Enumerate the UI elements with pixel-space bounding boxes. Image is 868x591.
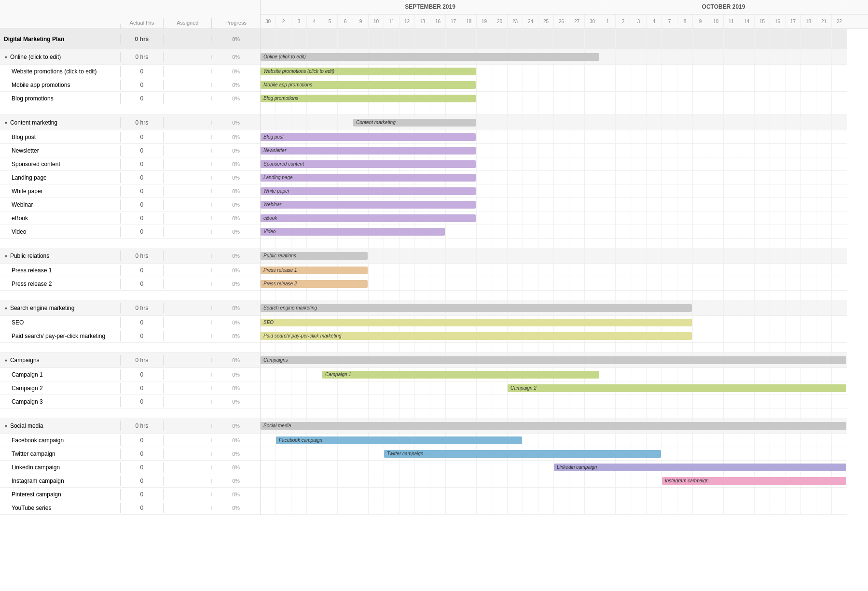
gantt-bar-12[interactable]: Webinar: [261, 201, 476, 209]
assigned-6: [164, 121, 212, 125]
gantt-row-32: Linkedin campaign: [261, 461, 847, 474]
gantt-bar-11[interactable]: White paper: [261, 187, 476, 195]
gantt-bar-14[interactable]: Video: [261, 228, 445, 236]
left-row-32[interactable]: Linkedin campaign00%: [0, 461, 260, 474]
left-row-2[interactable]: Website promotions (click to edit)00%: [0, 65, 260, 78]
left-row-6[interactable]: ▼Content marketing0 hrs0%: [0, 115, 260, 130]
gantt-bar-13[interactable]: eBook: [261, 214, 476, 222]
gantt-bar-30[interactable]: Facebook campaign: [276, 436, 522, 444]
left-row-22[interactable]: Paid search/ pay-per-click marketing00%: [0, 329, 260, 343]
progress-33: 0%: [212, 476, 260, 486]
actual-35: 0: [121, 503, 164, 513]
gantt-bar-29[interactable]: Social media: [261, 422, 846, 430]
left-row-8[interactable]: Newsletter00%: [0, 144, 260, 157]
progress-18: 0%: [212, 279, 260, 289]
gantt-bar-22[interactable]: Paid search/ pay-per-click marketing: [261, 332, 692, 340]
left-row-17[interactable]: Press release 100%: [0, 264, 260, 277]
assigned-31: [164, 452, 212, 456]
gantt-bar-20[interactable]: Search engine marketing: [261, 304, 692, 312]
left-row-33[interactable]: Instagram campaign00%: [0, 474, 260, 488]
left-row-18[interactable]: Press release 200%: [0, 277, 260, 291]
progress-10: 0%: [212, 173, 260, 183]
gantt-row-18: Press release 2: [261, 277, 847, 291]
left-row-9[interactable]: Sponsored content00%: [0, 157, 260, 171]
gantt-bar-4[interactable]: Blog promotions: [261, 95, 476, 102]
gantt-bar-10[interactable]: Landing page: [261, 174, 476, 182]
day-cell-24: 3: [631, 14, 647, 28]
gantt-bar-7[interactable]: Blog post: [261, 133, 476, 141]
left-row-24[interactable]: ▼Campaigns0 hrs0%: [0, 352, 260, 368]
left-row-7[interactable]: Blog post00%: [0, 130, 260, 144]
collapse-triangle-1[interactable]: ▼: [4, 55, 8, 60]
day-cell-15: 20: [492, 14, 508, 28]
gantt-bar-21[interactable]: SEO: [261, 319, 692, 326]
actual-29: 0 hrs: [121, 421, 164, 431]
gantt-row-23: [261, 343, 847, 352]
gantt-bar-8[interactable]: Newsletter: [261, 147, 476, 155]
gantt-bar-16[interactable]: Public relations: [261, 252, 368, 260]
gantt-row-35: [261, 501, 847, 515]
gantt-bar-6[interactable]: Content marketing: [353, 119, 476, 127]
assigned-25: [164, 373, 212, 377]
left-row-12[interactable]: Webinar00%: [0, 198, 260, 211]
assigned-34: [164, 492, 212, 496]
collapse-triangle-29[interactable]: ▼: [4, 424, 8, 429]
day-cell-19: 26: [554, 14, 569, 28]
actual-2: 0: [121, 66, 164, 77]
gantt-bar-24[interactable]: Campaigns: [261, 356, 846, 364]
task-name-4: Blog promotions: [0, 93, 121, 104]
progress-6: 0%: [212, 118, 260, 127]
collapse-triangle-16[interactable]: ▼: [4, 254, 8, 259]
left-row-20[interactable]: ▼Search engine marketing0 hrs0%: [0, 300, 260, 316]
collapse-triangle-20[interactable]: ▼: [4, 306, 8, 311]
gantt-bar-3[interactable]: Mobile app promotions: [261, 81, 476, 89]
gantt-bar-31[interactable]: Twitter campaign: [384, 450, 661, 458]
gantt-bar-25[interactable]: Campaign 1: [322, 371, 599, 379]
day-cell-5: 6: [338, 14, 353, 28]
progress-16: 0%: [212, 251, 260, 261]
day-cell-18: 25: [538, 14, 554, 28]
left-row-3[interactable]: Mobile app promotions00%: [0, 78, 260, 92]
day-cell-10: 13: [415, 14, 430, 28]
left-row-21[interactable]: SEO00%: [0, 316, 260, 329]
left-row-16[interactable]: ▼Public relations0 hrs0%: [0, 248, 260, 264]
collapse-triangle-24[interactable]: ▼: [4, 358, 8, 363]
gantt-row-25: Campaign 1: [261, 368, 847, 381]
left-row-26[interactable]: Campaign 200%: [0, 381, 260, 395]
progress-35: 0%: [212, 503, 260, 513]
day-cell-26: 7: [662, 14, 677, 28]
progress-24: 0%: [212, 355, 260, 365]
left-row-10[interactable]: Landing page00%: [0, 171, 260, 184]
actual-7: 0: [121, 132, 164, 142]
assigned-4: [164, 97, 212, 100]
actual-12: 0: [121, 199, 164, 210]
left-row-1[interactable]: ▼Online (click to edit)0 hrs0%: [0, 49, 260, 65]
left-row-27[interactable]: Campaign 300%: [0, 395, 260, 408]
gantt-bar-32[interactable]: Linkedin campaign: [554, 464, 846, 471]
progress-17: 0%: [212, 266, 260, 275]
gantt-bar-18[interactable]: Press release 2: [261, 280, 368, 288]
left-row-34[interactable]: Pinterest campaign00%: [0, 488, 260, 501]
left-row-29[interactable]: ▼Social media0 hrs0%: [0, 418, 260, 434]
progress-13: 0%: [212, 213, 260, 223]
left-row-31[interactable]: Twitter campaign00%: [0, 447, 260, 461]
gantt-bar-2[interactable]: Website promotions (click to edit): [261, 68, 476, 75]
assigned-13: [164, 216, 212, 220]
day-cell-4: 5: [322, 14, 338, 28]
left-row-35[interactable]: YouTube series00%: [0, 501, 260, 515]
gantt-bar-9[interactable]: Sponsored content: [261, 160, 476, 168]
left-row-25[interactable]: Campaign 100%: [0, 368, 260, 381]
left-row-30[interactable]: Facebook campaign00%: [0, 434, 260, 447]
gantt-bar-1[interactable]: Online (click to edit): [261, 53, 599, 61]
day-cell-1: 2: [276, 14, 291, 28]
left-row-13[interactable]: eBook00%: [0, 211, 260, 225]
left-row-14[interactable]: Video00%: [0, 225, 260, 239]
left-row-11[interactable]: White paper00%: [0, 184, 260, 198]
gantt-bar-17[interactable]: Press release 1: [261, 267, 368, 274]
actual-14: 0: [121, 226, 164, 237]
collapse-triangle-6[interactable]: ▼: [4, 121, 8, 126]
left-row-4[interactable]: Blog promotions00%: [0, 92, 260, 105]
gantt-bar-26[interactable]: Campaign 2: [508, 384, 846, 392]
gantt-bar-33[interactable]: Instagram campaign: [662, 477, 846, 485]
day-cell-32: 15: [755, 14, 770, 28]
